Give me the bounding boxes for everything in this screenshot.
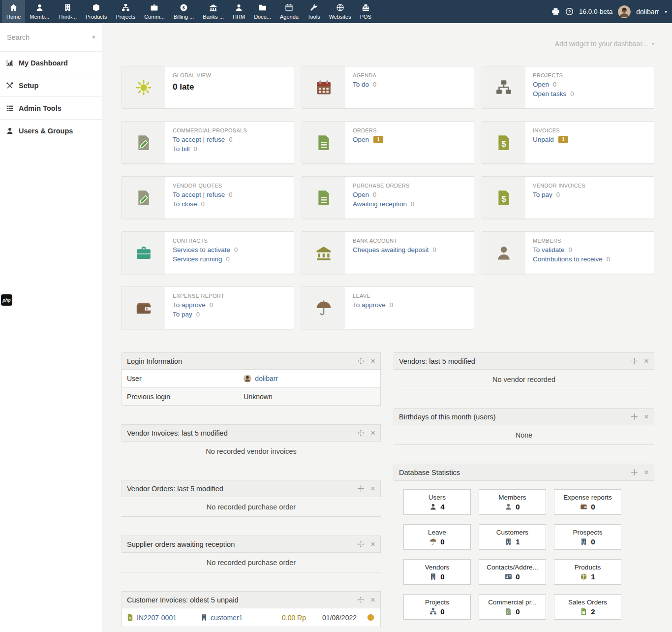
building-icon <box>580 538 587 545</box>
sidebar-item-setup[interactable]: Setup <box>0 74 102 97</box>
infobox-link[interactable]: To accept | refuse <box>173 191 225 198</box>
nav-item-commercial[interactable]: Comm... <box>140 0 169 23</box>
stat-contacts[interactable]: Contacts/Addre... 0 <box>479 559 546 585</box>
person-icon <box>505 503 512 510</box>
move-icon[interactable] <box>631 469 638 476</box>
count: 0 <box>570 90 574 97</box>
stat-projects[interactable]: Projects 0 <box>403 594 471 620</box>
infobox-link[interactable]: To pay <box>173 311 192 318</box>
infobox-link[interactable]: Open tasks <box>533 90 566 97</box>
search-select[interactable]: Search ▾ <box>0 23 102 52</box>
infobox-link[interactable]: Open <box>353 136 369 143</box>
infobox-link[interactable]: To close <box>173 200 197 208</box>
nav-item-thirdparties[interactable]: Third-... <box>54 0 81 23</box>
infobox-link[interactable]: To pay <box>533 191 552 198</box>
sidebar-item-my-dashboard[interactable]: My Dashboard <box>0 52 102 74</box>
count: 0 <box>553 81 556 88</box>
nav-item-agenda[interactable]: Agenda <box>275 0 303 23</box>
infobox-link[interactable]: To bill <box>173 145 190 153</box>
close-icon[interactable]: × <box>370 357 375 365</box>
infobox-link[interactable]: Awaiting reception <box>353 200 407 208</box>
infobox-link[interactable]: Cheques awaiting deposit <box>353 246 429 253</box>
nav-item-documents[interactable]: Docu... <box>249 0 275 23</box>
sidebar-item-users-groups[interactable]: Users & Groups <box>0 120 102 142</box>
close-icon[interactable]: × <box>370 429 375 437</box>
nav-item-hrm[interactable]: HRM <box>228 0 249 23</box>
empty-message: None <box>394 425 654 445</box>
nav-item-tools[interactable]: Tools <box>303 0 325 23</box>
add-widget-select[interactable]: Add widget to your dashboar... ▾ <box>122 38 654 50</box>
stat-leave[interactable]: Leave 0 <box>403 524 471 550</box>
move-icon[interactable] <box>357 596 365 603</box>
help-icon[interactable] <box>565 7 574 16</box>
nav-item-products[interactable]: Products <box>81 0 111 23</box>
print-icon[interactable] <box>551 7 560 16</box>
count-badge[interactable]: 1 <box>373 136 383 143</box>
infobox-link[interactable]: To validate <box>533 246 565 253</box>
widget-login-information: Login Information × User dolibarr <box>122 352 381 406</box>
move-icon[interactable] <box>357 540 365 548</box>
infobox-vendor-quotes: VENDOR QUOTES To accept | refuse0 To clo… <box>122 176 294 219</box>
nav-item-projects[interactable]: Projects <box>111 0 140 23</box>
nav-item-home[interactable]: Home <box>2 0 25 23</box>
infobox-invoices: INVOICES Unpaid1 <box>482 121 654 164</box>
nav-item-pos[interactable]: POS <box>356 0 376 23</box>
move-icon[interactable] <box>357 429 365 437</box>
stat-commercial-proposals[interactable]: Commercial pr... 0 <box>479 594 546 620</box>
infobox-link[interactable]: To accept | refuse <box>173 136 225 143</box>
close-icon[interactable]: × <box>370 596 375 604</box>
stat-vendors[interactable]: Vendors 0 <box>403 559 471 585</box>
building-icon <box>505 538 512 545</box>
building-icon <box>200 614 208 621</box>
login-user-row: User dolibarr <box>122 370 380 387</box>
infobox-link[interactable]: Services to activate <box>173 246 230 253</box>
close-icon[interactable]: × <box>370 484 375 493</box>
infobox-link[interactable]: Contributions to receive <box>533 255 603 263</box>
count-badge[interactable]: 1 <box>558 136 568 143</box>
user-avatar[interactable] <box>618 5 631 18</box>
sidebar-item-label: Setup <box>19 82 38 90</box>
infobox-link[interactable]: Open <box>353 191 369 198</box>
cash-register-icon <box>362 3 370 12</box>
infobox-link[interactable]: Open <box>533 81 549 88</box>
user-menu[interactable]: dolibarr <box>636 8 659 16</box>
sidebar-item-admin-tools[interactable]: Admin Tools <box>0 97 102 120</box>
stat-prospects[interactable]: Prospects 0 <box>554 524 621 550</box>
close-icon[interactable]: × <box>644 412 649 421</box>
nav-item-banks[interactable]: Banks ... <box>198 0 228 23</box>
infobox-members: MEMBERS To validate0 Contributions to re… <box>482 231 654 274</box>
widget-title: Customer Invoices: oldest 5 unpaid <box>127 596 239 604</box>
infobox-link[interactable]: To approve <box>353 301 386 309</box>
stat-sales-orders[interactable]: Sales Orders 2 <box>554 594 621 620</box>
stat-members[interactable]: Members 0 <box>479 489 546 515</box>
count: 0 <box>226 255 230 263</box>
infobox-title: VENDOR QUOTES <box>173 183 286 189</box>
chevron-down-icon: ▾ <box>92 35 95 40</box>
infobox-link[interactable]: Services running <box>173 255 222 263</box>
stat-products[interactable]: Products 1 <box>554 559 621 585</box>
stat-expense-reports[interactable]: Expense reports 0 <box>554 489 621 515</box>
invoice-ref-link[interactable]: IN2207-0001 <box>137 614 177 622</box>
nav-item-websites[interactable]: Websites <box>325 0 356 23</box>
stat-users[interactable]: Users 4 <box>403 489 471 515</box>
members-icon <box>35 3 44 12</box>
close-icon[interactable]: × <box>644 468 649 476</box>
stat-customers[interactable]: Customers 1 <box>479 524 546 550</box>
move-icon[interactable] <box>631 413 638 420</box>
close-icon[interactable]: × <box>644 357 649 365</box>
nav-item-members[interactable]: Memb... <box>25 0 54 23</box>
infobox-link[interactable]: To do <box>353 81 369 88</box>
widget-title: Vendor Orders: last 5 modified <box>127 485 223 493</box>
php-debug-badge[interactable]: php <box>1 294 12 306</box>
count: 0 <box>569 246 572 253</box>
infobox-link[interactable]: Unpaid <box>533 136 554 143</box>
user-link[interactable]: dolibarr <box>255 375 278 382</box>
move-icon[interactable] <box>357 357 365 365</box>
infobox-link[interactable]: To approve <box>173 301 206 309</box>
chevron-down-icon[interactable]: ▾ <box>665 9 667 14</box>
customer-link[interactable]: customer1 <box>211 614 243 622</box>
nav-item-billing[interactable]: Billing ... <box>169 0 199 23</box>
close-icon[interactable]: × <box>370 540 375 548</box>
move-icon[interactable] <box>631 357 638 365</box>
move-icon[interactable] <box>357 485 365 492</box>
